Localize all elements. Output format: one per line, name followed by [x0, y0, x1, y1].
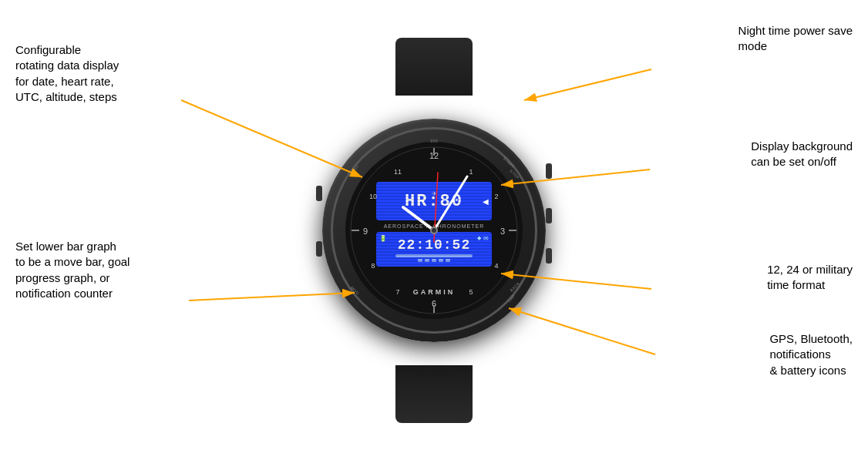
watch-case: 100 START STOP BACK LAP LIGHT MOG 12 3 6…	[322, 119, 546, 342]
watch-face: 12 3 6 9 1 2 4 5 7 8 10 11	[345, 142, 523, 319]
annotation-gps-bluetooth: GPS, Bluetooth, notifications & battery …	[769, 331, 853, 378]
svg-line-18	[434, 176, 467, 230]
annotation-top-right: Night time power save mode	[738, 23, 853, 55]
garmin-brand: GARMIN	[413, 288, 456, 296]
button-light[interactable]	[316, 186, 322, 201]
watch-bezel: 100 START STOP BACK LAP LIGHT MOG 12 3 6…	[331, 127, 537, 334]
watch-band-bottom	[395, 365, 473, 423]
annotation-time-format: 12, 24 or military time format	[767, 262, 853, 294]
button-back-lap[interactable]	[546, 208, 552, 223]
watch-band-top	[395, 38, 473, 96]
button-right-bottom[interactable]	[546, 248, 552, 264]
button-start-stop[interactable]	[546, 163, 552, 179]
annotation-display-background: Display background can be set on/off	[751, 139, 853, 170]
annotation-top-left: Configurable rotating data display for d…	[15, 42, 119, 105]
annotation-bottom-left: Set lower bar graph to be a move bar, go…	[15, 239, 130, 301]
svg-line-19	[403, 207, 434, 230]
svg-point-22	[432, 228, 436, 233]
bezel-top-label: 100	[430, 139, 438, 143]
button-left-bottom[interactable]	[316, 241, 322, 257]
watch: 100 START STOP BACK LAP LIGHT MOG 12 3 6…	[311, 38, 557, 423]
